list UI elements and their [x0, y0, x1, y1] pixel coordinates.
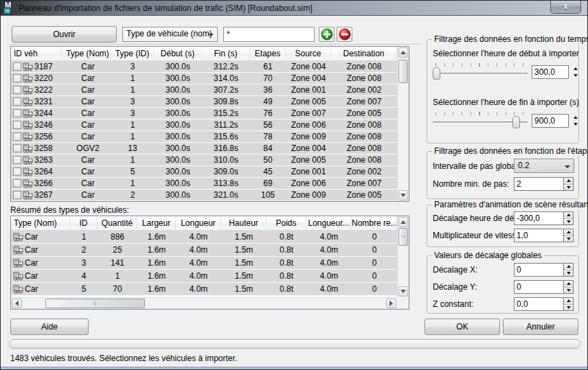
spin-up-icon[interactable]: [564, 229, 573, 236]
column-header-steps[interactable]: Etapes: [250, 47, 286, 60]
scroll-down-icon[interactable]: [398, 190, 408, 200]
column-header-id[interactable]: ID: [70, 216, 98, 230]
cancel-button[interactable]: Annuler: [503, 319, 578, 335]
remove-filter-button[interactable]: [337, 27, 352, 42]
column-header-width[interactable]: Largeur: [137, 216, 176, 230]
close-button[interactable]: x: [550, 1, 581, 14]
summary-hscrollbar[interactable]: [11, 297, 397, 309]
table-row[interactable]: 3267 Car 2 300.0s 321.0s 105 Zone 009 Zo…: [11, 189, 409, 201]
table-row[interactable]: 3231 Car 3 300.0s 309.8s 49 Zone 005 Zon…: [11, 96, 409, 108]
column-header-count[interactable]: Nombre re...: [352, 216, 397, 230]
row-checkbox[interactable]: [13, 74, 21, 82]
column-header-qty[interactable]: Quantité: [98, 216, 137, 230]
column-header-destination[interactable]: Destination: [331, 47, 397, 60]
row-checkbox[interactable]: [13, 156, 21, 164]
table-row[interactable]: 3266 Car 1 300.0s 313.8s 69 Zone 006 Zon…: [11, 178, 409, 189]
table-row[interactable]: 3256 Car 1 300.0s 315.6s 78 Zone 009 Zon…: [11, 131, 409, 143]
start-time-slider[interactable]: [433, 62, 528, 80]
end-time-input[interactable]: [532, 114, 569, 128]
z-constant-input[interactable]: [514, 297, 563, 311]
speed-multiplier-input[interactable]: [514, 229, 563, 242]
table-row[interactable]: 3263 Car 1 300.0s 310.0s 50 Zone 005 Zon…: [11, 154, 409, 166]
row-checkbox[interactable]: [13, 191, 21, 199]
filter-pattern-input[interactable]: [223, 27, 315, 42]
column-header-start[interactable]: Début (s): [154, 47, 202, 60]
vehicle-table-scrollbar[interactable]: [397, 47, 409, 201]
spin-up-icon[interactable]: [564, 212, 573, 219]
help-button[interactable]: Aide: [10, 319, 89, 335]
column-header-type-id[interactable]: Type (ID): [111, 47, 154, 60]
start-offset-input[interactable]: [514, 211, 563, 225]
table-row[interactable]: 3244 Car 3 300.0s 315.2s 76 Zone 007 Zon…: [11, 108, 409, 119]
z-constant-label: Z constant:: [433, 299, 473, 309]
column-header-length2[interactable]: Longueur...: [306, 216, 352, 230]
row-checkbox[interactable]: [13, 97, 21, 106]
slider-thumb[interactable]: [512, 116, 520, 128]
table-row[interactable]: 3258 OGV2 13 300.0s 316.8s 84 Zone 004 Z…: [11, 143, 409, 154]
scrollbar-thumb[interactable]: [398, 228, 408, 246]
scrollbar-thumb[interactable]: [398, 60, 408, 83]
spin-down-icon[interactable]: [564, 270, 573, 277]
open-button[interactable]: Ouvrir: [12, 26, 117, 43]
scroll-left-icon[interactable]: [12, 299, 22, 308]
table-row[interactable]: 3222 Car 1 300.0s 307.2s 36 Zone 001 Zon…: [11, 84, 409, 96]
list-item[interactable]: Car 4 1 1.6m 4.0m 1.5m 0.8t 4.0m 0: [11, 270, 409, 283]
scroll-up-icon[interactable]: [398, 47, 408, 58]
offset-x-input[interactable]: [514, 263, 563, 277]
offset-y-input[interactable]: [514, 280, 563, 294]
row-checkbox[interactable]: [13, 179, 21, 187]
spin-down-icon[interactable]: [564, 236, 573, 242]
list-item[interactable]: Car 2 25 1.6m 4.0m 1.5m 0.8t 4.0m 0: [11, 244, 409, 257]
row-checkbox[interactable]: [13, 62, 21, 71]
column-header-length[interactable]: Longueur: [176, 216, 221, 230]
spin-up-icon[interactable]: [570, 114, 580, 121]
list-item[interactable]: Car 1 886 1.6m 4.0m 1.5m 0.8t 4.0m 0: [11, 231, 409, 244]
column-header-end[interactable]: Fin (s): [202, 47, 250, 60]
spin-down-icon[interactable]: [570, 121, 580, 128]
column-header-type-name[interactable]: Type (Nom): [62, 47, 111, 60]
column-header-type[interactable]: Type (Nom): [11, 216, 70, 230]
scrollbar-thumb[interactable]: [45, 299, 145, 308]
filter-type-select[interactable]: Type de véhicule (nom): [122, 27, 218, 42]
column-header-id[interactable]: ID véh: [11, 47, 62, 60]
table-row[interactable]: 3246 Car 1 300.0s 311.2s 56 Zone 006 Zon…: [11, 119, 409, 131]
row-checkbox[interactable]: [13, 132, 21, 141]
spin-up-icon[interactable]: [570, 65, 580, 72]
spin-up-icon[interactable]: [564, 298, 573, 305]
add-filter-button[interactable]: [319, 27, 335, 42]
column-header-weight[interactable]: Poids: [267, 216, 306, 230]
column-header-height[interactable]: Hauteur: [221, 216, 267, 230]
row-checkbox[interactable]: [13, 121, 21, 129]
row-checkbox[interactable]: [13, 86, 21, 94]
end-time-spinner: [532, 114, 580, 128]
row-checkbox[interactable]: [13, 109, 21, 117]
table-row[interactable]: 3187 Car 3 300.0s 312.2s 61 Zone 004 Zon…: [11, 61, 409, 73]
list-item[interactable]: Car 3 141 1.6m 4.0m 1.5m 0.8t 4.0m 0: [11, 257, 409, 270]
row-checkbox[interactable]: [13, 167, 21, 176]
window-title: Panneau d'importation de fichiers de sim…: [19, 3, 313, 13]
scroll-up-icon[interactable]: [398, 217, 408, 227]
table-row[interactable]: 3264 Car 5 300.0s 309.0s 45 Zone 001 Zon…: [11, 166, 409, 178]
spin-up-icon[interactable]: [564, 281, 573, 288]
row-checkbox[interactable]: [13, 144, 21, 152]
spin-down-icon[interactable]: [564, 219, 573, 225]
spin-down-icon[interactable]: [564, 288, 573, 294]
scroll-right-icon[interactable]: [386, 299, 396, 308]
interval-select[interactable]: 0.2: [514, 159, 574, 173]
spin-down-icon[interactable]: [570, 72, 580, 79]
spin-up-icon[interactable]: [564, 178, 573, 185]
list-item[interactable]: Car 5 70 1.6m 4.0m 1.5m 0.8t 4.0m 0: [11, 283, 409, 296]
table-row[interactable]: 3220 Car 1 300.0s 314.0s 70 Zone 004 Zon…: [11, 73, 409, 84]
spin-down-icon[interactable]: [564, 185, 573, 191]
spin-down-icon[interactable]: [564, 305, 573, 311]
slider-track[interactable]: [433, 73, 528, 75]
slider-thumb[interactable]: [433, 67, 440, 80]
summary-vscrollbar[interactable]: [397, 216, 409, 297]
start-time-input[interactable]: [532, 65, 569, 79]
scroll-down-icon[interactable]: [398, 286, 408, 297]
min-steps-input[interactable]: [514, 177, 563, 191]
end-time-slider[interactable]: [433, 111, 528, 129]
column-header-source[interactable]: Source: [286, 47, 331, 60]
ok-button[interactable]: OK: [425, 319, 500, 335]
spin-up-icon[interactable]: [564, 264, 573, 270]
